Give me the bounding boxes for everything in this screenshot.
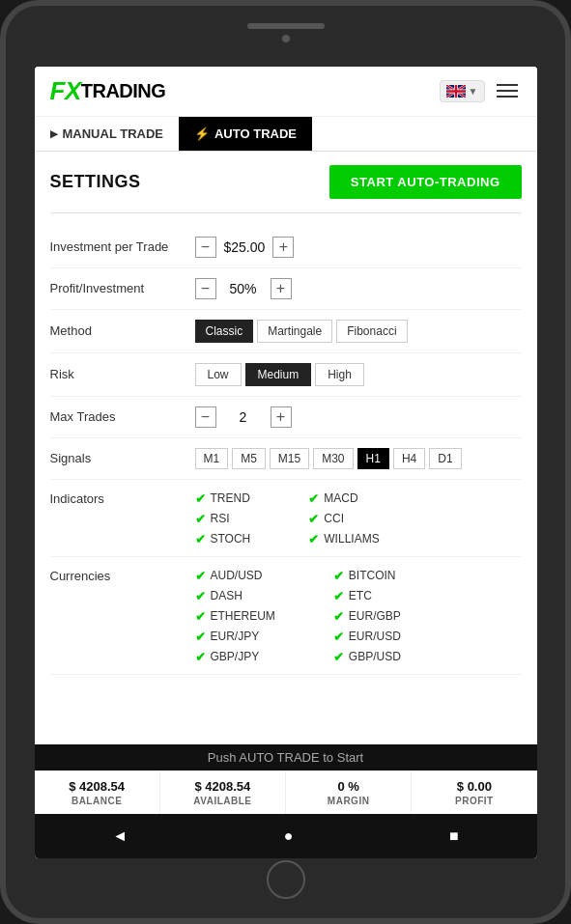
- available-stat: $ 4208.54 AVAILABLE: [160, 771, 286, 814]
- status-bar: Push AUTO TRADE to Start: [35, 744, 537, 770]
- currency-gbpjpy-label: GBP/JPY: [211, 650, 260, 663]
- main-content[interactable]: SETTINGS START AUTO-TRADING Investment p…: [35, 152, 537, 744]
- divider: [50, 212, 522, 213]
- check-icon: ✔: [195, 532, 206, 546]
- investment-decrease-button[interactable]: −: [195, 237, 216, 258]
- settings-title: SETTINGS: [50, 172, 141, 192]
- signal-m15-button[interactable]: M15: [270, 448, 309, 469]
- risk-high-button[interactable]: High: [315, 363, 364, 386]
- max-trades-increase-button[interactable]: +: [271, 406, 292, 428]
- margin-stat: 0 % MARGIN: [286, 771, 412, 814]
- profit-stat: $ 0.00 PROFIT: [412, 771, 536, 814]
- method-row: Method Classic Martingale Fibonacci: [50, 310, 522, 353]
- currency-eurjpy-label: EUR/JPY: [211, 630, 260, 643]
- currency-gbpjpy: ✔ GBP/JPY: [195, 650, 275, 664]
- currency-eurjpy: ✔ EUR/JPY: [195, 630, 275, 644]
- hamburger-line: [497, 84, 518, 86]
- auto-trade-label: AUTO TRADE: [214, 126, 297, 141]
- max-trades-label: Max Trades: [50, 409, 195, 424]
- indicators-col1: ✔ TREND ✔ RSI ✔ STOCH: [195, 491, 251, 546]
- check-icon: ✔: [195, 630, 206, 644]
- indicator-williams-label: WILLIAMS: [324, 532, 379, 546]
- manual-trade-label: MANUAL TRADE: [63, 126, 163, 141]
- indicator-cci-label: CCI: [324, 512, 344, 525]
- settings-header: SETTINGS START AUTO-TRADING: [50, 165, 522, 199]
- nav-home-button[interactable]: ●: [272, 824, 305, 849]
- check-icon: ✔: [195, 650, 206, 664]
- nav-back-button[interactable]: ◄: [100, 824, 139, 849]
- currencies-col2: ✔ BITCOIN ✔ ETC ✔ EUR/GBP: [333, 569, 401, 664]
- investment-row: Investment per Trade − $25.00 +: [50, 227, 522, 268]
- device-camera: [282, 35, 290, 42]
- method-classic-button[interactable]: Classic: [195, 320, 254, 343]
- signal-d1-button[interactable]: D1: [429, 448, 461, 469]
- indicator-stoch-label: STOCH: [211, 532, 251, 546]
- profit-increase-button[interactable]: +: [271, 278, 292, 299]
- check-icon: ✔: [195, 589, 206, 603]
- max-trades-decrease-button[interactable]: −: [195, 406, 216, 428]
- tab-manual-trade[interactable]: ▶ MANUAL TRADE: [35, 117, 179, 151]
- settings-section: SETTINGS START AUTO-TRADING Investment p…: [35, 152, 537, 688]
- max-trades-value: 2: [224, 409, 263, 425]
- check-icon: ✔: [333, 569, 344, 583]
- check-icon: ✔: [195, 491, 206, 506]
- check-icon: ✔: [333, 630, 344, 644]
- start-auto-trading-button[interactable]: START AUTO-TRADING: [329, 165, 522, 199]
- currency-gbpusd-label: GBP/USD: [349, 650, 401, 663]
- logo-trading: TRADING: [81, 80, 166, 102]
- risk-medium-button[interactable]: Medium: [245, 363, 312, 386]
- logo-fx: FX: [50, 76, 81, 106]
- profit-label: PROFIT: [417, 796, 530, 806]
- profit-control: − 50% +: [195, 278, 522, 299]
- risk-group: Low Medium High: [195, 363, 522, 386]
- balance-label: BALANCE: [41, 796, 154, 806]
- currency-audusd: ✔ AUD/USD: [195, 569, 275, 583]
- header: FXTRADING ▼: [35, 67, 537, 117]
- menu-button[interactable]: [493, 80, 522, 101]
- signal-m30-button[interactable]: M30: [313, 448, 353, 469]
- hamburger-line: [497, 90, 518, 92]
- check-icon: ✔: [333, 650, 344, 664]
- signal-h1-button[interactable]: H1: [357, 448, 389, 469]
- currency-eurgbp: ✔ EUR/GBP: [333, 609, 401, 624]
- signal-h4-button[interactable]: H4: [393, 448, 425, 469]
- profit-row: Profit/Investment − 50% +: [50, 268, 522, 310]
- currencies-col1: ✔ AUD/USD ✔ DASH ✔ ETHEREUM: [195, 569, 275, 664]
- investment-increase-button[interactable]: +: [272, 237, 294, 258]
- currency-etc-label: ETC: [349, 589, 372, 602]
- currency-eurusd-label: EUR/USD: [349, 630, 401, 643]
- device-top-bar: [247, 23, 325, 29]
- currency-audusd-label: AUD/USD: [211, 569, 263, 582]
- indicator-macd: ✔ MACD: [308, 491, 379, 506]
- bottom-stats: $ 4208.54 BALANCE $ 4208.54 AVAILABLE 0 …: [35, 770, 537, 814]
- method-martingale-button[interactable]: Martingale: [257, 320, 332, 343]
- check-icon: ✔: [308, 532, 319, 546]
- currency-dash-label: DASH: [211, 589, 243, 602]
- hamburger-line: [497, 96, 518, 98]
- indicator-cci: ✔ CCI: [308, 512, 379, 526]
- investment-value: $25.00: [224, 239, 266, 255]
- risk-low-button[interactable]: Low: [195, 363, 242, 386]
- currencies-label: Currencies: [50, 569, 195, 583]
- tab-auto-trade[interactable]: ⚡ AUTO TRADE: [179, 117, 312, 151]
- status-message: Push AUTO TRADE to Start: [208, 750, 363, 765]
- currency-bitcoin-label: BITCOIN: [349, 569, 396, 582]
- logo: FXTRADING: [50, 76, 166, 106]
- play-icon: ▶: [50, 128, 58, 139]
- check-icon: ✔: [308, 491, 319, 506]
- nav-recent-button[interactable]: ■: [438, 824, 471, 849]
- check-icon: ✔: [333, 589, 344, 603]
- check-icon: ✔: [195, 512, 206, 526]
- android-nav: ◄ ● ■: [35, 814, 537, 858]
- indicator-trend: ✔ TREND: [195, 491, 251, 506]
- investment-control: − $25.00 +: [195, 237, 522, 258]
- indicators-label: Indicators: [50, 491, 195, 506]
- balance-stat: $ 4208.54 BALANCE: [35, 771, 160, 814]
- signal-m1-button[interactable]: M1: [195, 448, 229, 469]
- language-selector[interactable]: ▼: [440, 80, 485, 102]
- method-fibonacci-button[interactable]: Fibonacci: [336, 320, 407, 343]
- method-label: Method: [50, 323, 195, 338]
- signal-m5-button[interactable]: M5: [232, 448, 266, 469]
- indicator-macd-label: MACD: [324, 491, 357, 505]
- profit-decrease-button[interactable]: −: [195, 278, 216, 299]
